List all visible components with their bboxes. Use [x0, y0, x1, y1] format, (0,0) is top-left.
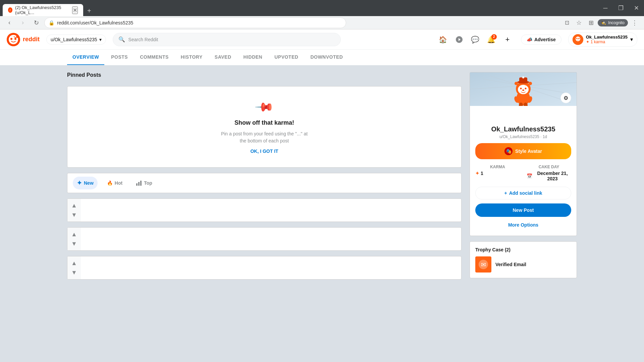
popular-icon-button[interactable] [452, 33, 466, 46]
browser-address-bar-row: ‹ › ↻ 🔒 reddit.com/user/Ok_Lawfulness523… [0, 16, 644, 29]
upvote-button-2[interactable]: ▲ [70, 230, 78, 238]
karma-label: Karma [475, 165, 520, 169]
svg-point-4 [16, 36, 18, 38]
trophy-icon-verified-email: ✉ [475, 256, 491, 273]
reddit-logo[interactable]: reddit [7, 33, 40, 46]
browser-tabs: r (2) Ok_Lawfulness5235 (u/Ok_L... ✕ + [3, 0, 94, 16]
minimize-button[interactable]: ─ [598, 0, 613, 16]
post-content-3 [81, 256, 461, 277]
chevron-down-icon: ▾ [99, 37, 102, 42]
main-content: Pinned Posts 📌 Show off that karma! Pin … [0, 65, 644, 361]
svg-point-30 [522, 76, 524, 78]
tab-close-button[interactable]: ✕ [72, 6, 78, 14]
snoo-avatar-large [510, 76, 537, 106]
account-chevron-icon: ▾ [630, 36, 633, 43]
window-controls: ─ ❐ ✕ [598, 0, 644, 16]
browser-right-icons: ⊡ ☆ ⊞ 🕵 Incognito ⋮ [561, 17, 640, 28]
user-account-menu[interactable]: Ok_Lawfulness5235 ✦ 1 karma ▾ [568, 33, 637, 47]
style-avatar-label: Style Avatar [515, 148, 542, 154]
add-social-label: Add social link [509, 190, 542, 196]
vote-column-2: ▲ ▼ [67, 228, 81, 250]
pin-icon: 📌 [254, 97, 275, 117]
sort-hot-button[interactable]: 🔥 Hot [103, 178, 126, 188]
tab-overview[interactable]: OVERVIEW [67, 50, 104, 65]
add-icon-button[interactable]: + [501, 33, 514, 46]
sort-top-button[interactable]: Top [132, 177, 156, 189]
notification-icon-button[interactable]: 🔔 2 [485, 33, 498, 46]
svg-point-23 [520, 88, 522, 89]
verified-email-trophy-icon: ✉ [477, 258, 490, 271]
tab-saved[interactable]: SAVED [209, 50, 237, 65]
sort-new-label: New [84, 180, 94, 186]
search-input[interactable] [128, 37, 335, 42]
svg-point-9 [578, 38, 580, 39]
tab-history[interactable]: HISTORY [175, 50, 208, 65]
add-social-link-button[interactable]: + Add social link [475, 187, 571, 199]
profile-username: Ok_Lawfulness5235 [475, 125, 571, 133]
profile-navigation: OVERVIEW POSTS COMMENTS HISTORY SAVED HI… [0, 50, 644, 65]
chat-icon-button[interactable]: 💬 [469, 33, 482, 46]
pinned-card-link[interactable]: OK, I GOT IT [250, 148, 278, 154]
bookmark-icon[interactable]: ☆ [574, 17, 584, 28]
tab-comments[interactable]: COMMENTS [135, 50, 174, 65]
new-post-button[interactable]: New Post [475, 203, 571, 217]
search-bar[interactable]: 🔍 [113, 33, 341, 46]
trophy-name-verified-email: Verified Email [495, 262, 526, 267]
incognito-badge: 🕵 Incognito [598, 19, 628, 26]
more-options-link[interactable]: More Options [475, 220, 571, 230]
avatar-spacer: ⚙ [470, 106, 577, 123]
sort-top-label: Top [144, 180, 152, 186]
reload-button[interactable]: ↻ [31, 17, 42, 28]
style-avatar-button[interactable]: 🎭 Style Avatar [475, 143, 571, 159]
karma-star-icon: ✦ [475, 171, 479, 176]
profile-info: Ok_Lawfulness5235 u/Ok_Lawfulness5235 · … [470, 123, 577, 236]
post-item-3: ▲ ▼ [67, 256, 462, 280]
sort-new-button[interactable]: ✦ New [73, 177, 98, 189]
popular-icon [455, 36, 463, 44]
upvote-button-1[interactable]: ▲ [70, 201, 78, 209]
tab-downvoted[interactable]: DOWNVOTED [305, 50, 348, 65]
upvote-button-3[interactable]: ▲ [70, 259, 78, 267]
user-dropdown-text: u/Ok_Lawfulness5235 [51, 37, 97, 42]
settings-button[interactable]: ⚙ [560, 93, 571, 103]
pinned-posts-card: 📌 Show off that karma! Pin a post from y… [67, 86, 462, 168]
header-icons: 🏠 💬 🔔 2 + [436, 33, 514, 46]
downvote-button-2[interactable]: ▼ [70, 240, 78, 248]
address-bar[interactable]: 🔒 reddit.com/user/Ok_Lawfulness5235 [44, 17, 346, 28]
svg-point-10 [578, 40, 578, 41]
url-text: reddit.com/user/Ok_Lawfulness5235 [57, 20, 133, 25]
tab-hidden[interactable]: HIDDEN [238, 50, 268, 65]
hot-sort-icon: 🔥 [107, 180, 113, 186]
active-tab[interactable]: r (2) Ok_Lawfulness5235 (u/Ok_L... ✕ [3, 4, 83, 16]
megaphone-icon: 📣 [527, 37, 532, 42]
profile-banner [470, 72, 577, 106]
cast-icon[interactable]: ⊡ [561, 17, 572, 28]
back-button[interactable]: ‹ [4, 17, 15, 28]
forward-button[interactable]: › [17, 17, 28, 28]
svg-point-2 [10, 38, 12, 40]
user-dropdown[interactable]: u/Ok_Lawfulness5235 ▾ [46, 35, 106, 45]
close-button[interactable]: ✕ [629, 0, 644, 16]
tab-upvoted[interactable]: UPVOTED [269, 50, 304, 65]
post-item-1: ▲ ▼ [67, 198, 462, 222]
advertise-button[interactable]: 📣 Advertise [521, 35, 561, 45]
gear-icon: ⚙ [564, 95, 568, 101]
tab-posts[interactable]: POSTS [106, 50, 133, 65]
ssl-lock-icon: 🔒 [49, 20, 54, 25]
cake-day-value: 📅 December 21, 2023 [527, 171, 571, 181]
incognito-icon: 🕵 [601, 20, 606, 25]
more-menu-button[interactable]: ⋮ [629, 17, 640, 28]
trophy-case-title: Trophy Case (2) [475, 247, 571, 252]
extensions-icon[interactable]: ⊞ [586, 17, 596, 28]
maximize-button[interactable]: ❐ [613, 0, 629, 16]
downvote-button-3[interactable]: ▼ [70, 268, 78, 277]
downvote-button-1[interactable]: ▼ [70, 211, 78, 219]
karma-value: 1 karma [591, 40, 605, 44]
home-icon-button[interactable]: 🏠 [436, 33, 450, 46]
cake-day-date: December 21, 2023 [534, 171, 571, 181]
new-tab-button[interactable]: + [85, 6, 94, 16]
stats-row: Karma ✦ 1 Cake day 📅 December 21, 2023 [475, 165, 571, 181]
notification-badge: 2 [491, 34, 497, 40]
pinned-posts-title: Pinned Posts [67, 72, 462, 78]
post-content-2 [81, 228, 461, 248]
